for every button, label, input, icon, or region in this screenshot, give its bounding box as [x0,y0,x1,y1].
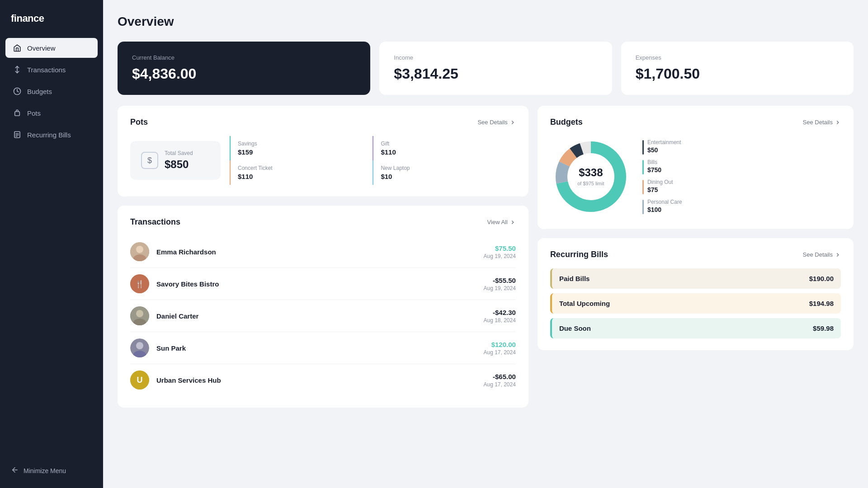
avatar [130,306,149,325]
transaction-amount-col: -$55.50 Aug 19, 2024 [483,277,515,291]
sidebar-item-label: Recurring Bills [27,131,71,139]
transaction-amount: -$65.00 [483,373,515,380]
transaction-row: U Urban Services Hub -$65.00 Aug 17, 202… [130,364,516,396]
svg-point-16 [136,342,143,349]
pots-grid: Savings $159 Gift $110 Concert Ticket $1… [230,136,516,185]
budget-icon [13,87,22,96]
transaction-amount-col: $120.00 Aug 17, 2024 [483,341,515,356]
left-column: Pots See Details $ Total Saved $850 [118,106,528,408]
income-value: $3,814.25 [394,66,597,82]
pot-item: Gift $110 [373,136,515,160]
bills-see-details[interactable]: See Details [803,251,841,258]
page-title: Overview [118,14,854,29]
svg-point-8 [136,246,143,253]
bill-amount: $194.98 [809,300,834,307]
bill-item-paid: Paid Bills $190.00 [550,268,841,289]
bill-item-upcoming: Total Upcoming $194.98 [550,293,841,314]
current-balance-card: Current Balance $4,836.00 [118,42,370,95]
expenses-value: $1,700.50 [636,66,839,82]
transaction-amount-col: -$42.30 Aug 18, 2024 [483,309,515,324]
middle-row: Pots See Details $ Total Saved $850 [118,106,854,408]
total-saved-value: $850 [165,158,193,171]
balance-label: Current Balance [132,54,356,61]
budgets-see-details[interactable]: See Details [803,119,841,126]
transaction-amount: $75.50 [483,244,515,252]
bill-name: Due Soon [559,324,591,332]
transaction-date: Aug 19, 2024 [483,253,515,259]
sidebar-item-label: Pots [27,109,41,117]
legend-text: Personal Care $100 [647,199,682,213]
avatar: U [130,371,149,389]
sidebar-nav: Overview Transactions Budgets [0,38,103,457]
sidebar-item-overview[interactable]: Overview [5,38,98,58]
transactions-title: Transactions [130,217,180,227]
transaction-amount-col: $75.50 Aug 19, 2024 [483,244,515,259]
transaction-name: Savory Bites Bistro [156,280,483,288]
minimize-menu-button[interactable]: Minimize Menu [0,457,103,488]
avatar [130,338,149,357]
legend-item: Entertainment $50 [642,139,682,155]
income-card: Income $3,814.25 [379,42,612,95]
sidebar: finance Overview Transactions [0,0,103,488]
minimize-icon [11,466,19,475]
income-label: Income [394,54,597,61]
transactions-header: Transactions View All [130,217,516,227]
transaction-amount: -$42.30 [483,309,515,316]
legend-text: Bills $750 [647,159,661,174]
legend-color-bar [642,180,644,194]
transaction-row: 🍴 Savory Bites Bistro -$55.50 Aug 19, 20… [130,268,516,300]
legend-color-bar [642,200,644,214]
sidebar-item-label: Transactions [27,66,66,74]
sidebar-item-pots[interactable]: Pots [5,103,98,123]
expenses-card: Expenses $1,700.50 [621,42,854,95]
legend-color-bar [642,140,644,155]
transaction-amount-col: -$65.00 Aug 17, 2024 [483,373,515,388]
recurring-bills-card: Recurring Bills See Details Paid Bills $… [538,238,854,350]
transaction-amount: -$55.50 [483,277,515,284]
transactions-view-all[interactable]: View All [487,219,516,225]
avatar [130,242,149,261]
budgets-title: Budgets [550,117,583,127]
budgets-card: Budgets See Details [538,106,854,229]
transaction-row: Daniel Carter -$42.30 Aug 18, 2024 [130,300,516,332]
sidebar-item-label: Overview [27,44,56,52]
pots-header: Pots See Details [130,117,516,127]
right-column: Budgets See Details [538,106,854,408]
legend-text: Dining Out $75 [647,179,673,193]
app-logo: finance [0,0,103,38]
donut-chart: $338 of $975 limit [550,136,632,217]
legend-color-bar [642,160,644,174]
arrows-icon [13,65,22,74]
transaction-date: Aug 17, 2024 [483,349,515,356]
transaction-name: Daniel Carter [156,312,483,320]
expenses-label: Expenses [636,54,839,61]
legend-item: Personal Care $100 [642,199,682,214]
transaction-date: Aug 18, 2024 [483,317,515,324]
sidebar-item-budgets[interactable]: Budgets [5,81,98,101]
pots-see-details[interactable]: See Details [477,119,515,126]
pot-item: Concert Ticket $110 [230,160,373,185]
pots-card: Pots See Details $ Total Saved $850 [118,106,528,197]
pots-icon [13,108,22,117]
bill-name: Total Upcoming [559,300,610,307]
pot-item: Savings $159 [230,136,373,160]
sidebar-item-recurring-bills[interactable]: Recurring Bills [5,125,98,145]
budget-donut-row: $338 of $975 limit Entertainment $50 [550,136,841,217]
donut-center: $338 of $975 limit [577,166,604,187]
transaction-name: Sun Park [156,344,483,352]
legend-text: Entertainment $50 [647,139,681,154]
transaction-row: Sun Park $120.00 Aug 17, 2024 [130,332,516,364]
budgets-header: Budgets See Details [550,117,841,127]
svg-point-13 [136,310,143,317]
legend-item: Bills $750 [642,159,682,174]
sidebar-item-transactions[interactable]: Transactions [5,60,98,80]
avatar: 🍴 [130,274,149,293]
savings-icon: $ [141,152,158,169]
pots-content: $ Total Saved $850 Savings $159 Gift [130,136,516,185]
transaction-row: Emma Richardson $75.50 Aug 19, 2024 [130,236,516,268]
home-icon [13,43,22,52]
transaction-date: Aug 19, 2024 [483,285,515,291]
donut-center-label: of $975 limit [577,181,604,186]
transaction-name: Emma Richardson [156,248,483,256]
transaction-name: Urban Services Hub [156,376,483,384]
